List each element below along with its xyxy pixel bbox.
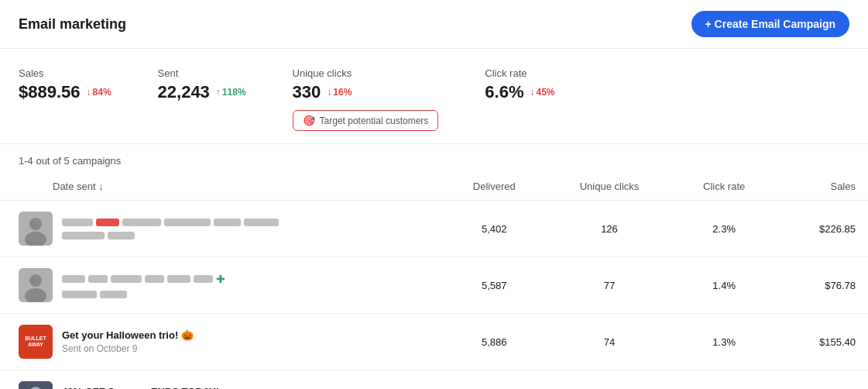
stat-clicks-label: Unique clicks	[293, 67, 439, 79]
stat-clicks-value: 330 ↓ 16%	[293, 82, 439, 102]
stats-row: Sales $889.56 ↓ 84% Sent 22,243 ↑ 118% U…	[0, 49, 868, 144]
campaign-info: 40% OFF Summer ENDS TODAY! Sent on Octob…	[62, 386, 219, 389]
page-header: Email marketing + Create Email Campaign	[0, 0, 868, 49]
campaign-thumbnail	[19, 268, 53, 302]
svg-point-4	[29, 274, 42, 287]
delivered: 5,402	[443, 201, 545, 257]
unique-clicks: 77	[545, 257, 673, 314]
col-sales[interactable]: Sales	[775, 173, 868, 201]
unique-clicks: 126	[545, 201, 673, 257]
campaign-info: Get your Halloween trio! 🎃 Sent on Octob…	[62, 329, 194, 354]
create-campaign-button[interactable]: + Create Email Campaign	[691, 11, 849, 37]
arrow-up-icon: ↑	[216, 87, 221, 98]
col-delivered[interactable]: Delivered	[443, 173, 545, 201]
svg-point-1	[29, 218, 42, 230]
col-unique-clicks[interactable]: Unique clicks	[545, 173, 673, 201]
sales: $226.85	[775, 201, 868, 257]
campaign-name: 40% OFF Summer ENDS TODAY!	[62, 386, 219, 389]
campaign-cell: BULLETAWAY Get your Halloween trio! 🎃 Se…	[0, 314, 443, 370]
plus-icon: ✚	[216, 273, 225, 285]
stat-rate-value: 6.6% ↓ 45%	[485, 82, 554, 102]
click-rate: 2.3%	[674, 201, 775, 257]
table-header-row: Date sent ↓ Delivered Unique clicks Clic…	[0, 173, 868, 201]
campaign-cell: 40% OFF Summer ENDS TODAY! Sent on Octob…	[0, 370, 443, 390]
stat-unique-clicks: Unique clicks 330 ↓ 16% 🎯 Target potenti…	[293, 67, 439, 131]
stat-sales-value: $889.56 ↓ 84%	[19, 82, 112, 102]
campaign-info: ✚	[62, 273, 225, 298]
unique-clicks: 74	[545, 314, 673, 370]
sales: $76.78	[775, 257, 868, 314]
target-customers-button[interactable]: 🎯 Target potential customers	[293, 110, 439, 131]
sales: $0.00	[775, 370, 868, 390]
stat-sent-change: ↑ 118%	[216, 87, 246, 98]
stat-sent-label: Sent	[158, 67, 246, 79]
click-rate: 1.4%	[674, 257, 775, 314]
col-date[interactable]: Date sent ↓	[0, 173, 443, 201]
campaigns-table: Date sent ↓ Delivered Unique clicks Clic…	[0, 173, 868, 389]
table-row: ✚ 5,587 77 1.4% $76.78	[0, 257, 868, 314]
click-rate: 3.2%	[674, 370, 775, 390]
campaign-thumbnail: BULLETAWAY	[19, 325, 53, 359]
click-rate: 1.3%	[674, 314, 775, 370]
sales: $155.40	[775, 314, 868, 370]
stat-sales: Sales $889.56 ↓ 84%	[19, 67, 112, 131]
stat-rate-label: Click rate	[485, 67, 554, 79]
target-icon: 🎯	[303, 115, 315, 126]
stat-rate-change: ↓ 45%	[530, 87, 554, 98]
delivered: 5,587	[443, 257, 545, 314]
campaign-thumbnail	[19, 212, 53, 246]
delivered: 5,886	[443, 314, 545, 370]
stat-sent-value: 22,243 ↑ 118%	[158, 82, 246, 102]
stat-sales-label: Sales	[19, 67, 112, 79]
delivered: 2,631	[443, 370, 545, 390]
stat-clicks-change: ↓ 16%	[327, 87, 352, 98]
table-row: BULLETAWAY Get your Halloween trio! 🎃 Se…	[0, 314, 868, 370]
campaign-name: Get your Halloween trio! 🎃	[62, 329, 194, 341]
campaigns-count: 1-4 out of 5 campaigns	[0, 144, 868, 173]
stat-click-rate: Click rate 6.6% ↓ 45%	[485, 67, 554, 131]
unique-clicks: 84	[545, 370, 673, 390]
campaign-date: Sent on October 9	[62, 343, 194, 354]
table-row: 40% OFF Summer ENDS TODAY! Sent on Octob…	[0, 370, 868, 390]
arrow-down-icon: ↓	[530, 87, 534, 98]
campaign-cell: ✚	[0, 257, 443, 314]
campaign-cell	[0, 201, 443, 257]
arrow-down-icon: ↓	[327, 87, 331, 98]
table-row: 5,402 126 2.3% $226.85	[0, 201, 868, 257]
page-title: Email marketing	[19, 16, 126, 33]
stat-sent: Sent 22,243 ↑ 118%	[158, 67, 246, 131]
arrow-down-icon: ↓	[87, 87, 91, 98]
col-click-rate[interactable]: Click rate	[674, 173, 775, 201]
campaign-name-blurred: ✚	[62, 273, 225, 285]
campaign-info	[62, 219, 279, 239]
campaign-name-blurred	[62, 219, 279, 226]
campaign-thumbnail	[19, 381, 53, 389]
stat-sales-change: ↓ 84%	[87, 87, 112, 98]
